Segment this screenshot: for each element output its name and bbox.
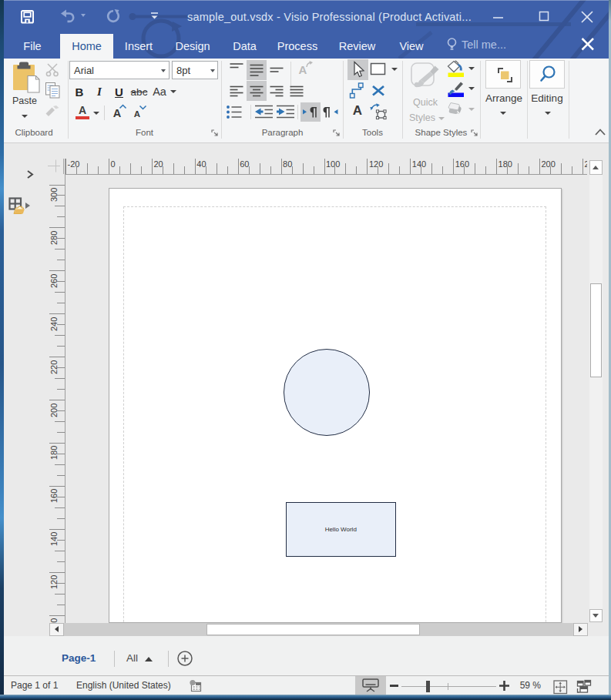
paragraph-dialog-launcher[interactable] [333, 129, 341, 137]
presentation-mode-button[interactable] [355, 676, 386, 695]
arrange-button[interactable] [485, 60, 521, 89]
shape-styles-dialog-launcher[interactable] [471, 129, 478, 137]
tellme-box[interactable]: Tell me... [462, 39, 506, 51]
close-button[interactable] [576, 6, 599, 28]
rectangle-tool-dropdown-arrow[interactable] [391, 68, 398, 71]
switch-windows-button[interactable] [576, 679, 592, 694]
line-button[interactable] [445, 80, 466, 99]
hscroll-right-button[interactable] [573, 623, 588, 637]
rectangle-shape[interactable]: Hello World [286, 502, 396, 557]
hscroll-thumb[interactable] [206, 624, 421, 635]
align-left-button[interactable] [227, 81, 247, 101]
tab-view[interactable]: View [394, 34, 428, 59]
format-painter-button[interactable] [45, 106, 60, 116]
font-color-dropdown-arrow[interactable] [93, 112, 99, 115]
shapes-window-button[interactable] [8, 197, 31, 215]
text-direction-button[interactable]: A [294, 60, 314, 80]
text-block-tool-button[interactable] [368, 101, 389, 122]
vscroll-thumb[interactable] [590, 283, 602, 377]
effects-button[interactable] [445, 100, 466, 120]
zoom-level[interactable]: 59 % [515, 680, 541, 691]
drawing-page[interactable]: Hello World [109, 188, 562, 623]
maximize-button[interactable] [532, 6, 556, 28]
decrease-indent-button[interactable] [253, 103, 274, 122]
zoom-in-button[interactable] [496, 676, 512, 695]
shrink-font-button[interactable]: A [131, 105, 149, 122]
tab-insert[interactable]: Insert [119, 34, 158, 59]
ltr-direction-button[interactable] [300, 102, 321, 122]
tab-design[interactable]: Design [171, 34, 214, 59]
increase-indent-button[interactable] [275, 103, 296, 122]
bullets-button[interactable] [223, 103, 243, 122]
grow-font-button[interactable]: A [109, 105, 128, 122]
rectangle-tool-button[interactable] [368, 59, 389, 80]
insert-page-button[interactable] [177, 651, 193, 667]
ribbon-font-grow-text: A [113, 107, 121, 119]
font-color-button[interactable]: A [72, 105, 92, 122]
tab-home[interactable]: Home [60, 34, 113, 59]
align-middle-button[interactable] [247, 60, 267, 80]
ribbon-close-button[interactable] [576, 34, 599, 55]
expand-shapes-chevron[interactable] [26, 169, 34, 179]
redo-button[interactable] [106, 9, 120, 23]
ribbon-collapse-button[interactable] [593, 127, 607, 137]
change-case-button[interactable]: Aa [149, 83, 170, 100]
tab-data[interactable]: Data [228, 34, 261, 59]
group-divider [221, 61, 222, 139]
zoom-out-button[interactable] [387, 676, 402, 695]
align-bottom-button[interactable] [267, 60, 287, 80]
fill-dropdown-arrow[interactable] [468, 67, 475, 70]
align-top-button[interactable] [227, 60, 247, 80]
page-tab[interactable]: Page-1 [62, 652, 96, 664]
tab-review[interactable]: Review [334, 34, 380, 59]
status-page-count[interactable]: Page 1 of 1 [11, 680, 58, 691]
rtl-direction-button[interactable] [321, 102, 341, 122]
tab-process[interactable]: Process [274, 34, 321, 59]
hruler-tick [399, 166, 400, 174]
qat-customize-button[interactable] [150, 12, 159, 20]
vertical-ruler[interactable]: 300280260240220200180160140120100 [46, 174, 65, 623]
strikethrough-button[interactable]: abc [129, 83, 149, 100]
connector-tool-button[interactable] [347, 80, 368, 101]
status-language[interactable]: English (United States) [76, 680, 171, 691]
pointer-tool-button[interactable] [347, 59, 368, 80]
hruler-label: 160 [455, 159, 469, 169]
italic-button[interactable]: I [92, 83, 106, 100]
underline-button[interactable]: U [111, 83, 127, 100]
tab-file[interactable]: File [10, 34, 55, 59]
editing-button[interactable] [529, 60, 565, 89]
vscroll-down-button[interactable] [589, 609, 603, 622]
quick-styles-button[interactable]: Quick Styles [408, 60, 442, 122]
vscrollbar-track[interactable] [589, 175, 603, 610]
copy-button[interactable] [45, 82, 60, 99]
undo-button[interactable] [60, 9, 76, 23]
undo-dropdown[interactable] [81, 14, 86, 17]
hruler-tick [442, 166, 443, 174]
font-size-combo[interactable]: 8pt [172, 61, 218, 79]
align-right-button[interactable] [267, 81, 287, 101]
font-dialog-launcher[interactable] [211, 129, 219, 137]
font-family-combo[interactable]: Arial [69, 61, 170, 79]
zoom-slider-track[interactable] [401, 686, 496, 687]
save-button[interactable] [21, 10, 34, 24]
text-tool-button[interactable]: A [347, 101, 368, 122]
minimize-button[interactable] [487, 6, 510, 28]
bold-button[interactable]: B [72, 83, 87, 100]
justify-button[interactable] [287, 81, 307, 101]
hscroll-left-button[interactable] [49, 623, 64, 637]
circle-shape[interactable] [284, 349, 371, 436]
fill-button[interactable] [445, 60, 466, 79]
cut-button[interactable] [45, 63, 59, 77]
zoom-slider-thumb[interactable] [426, 681, 430, 692]
all-pages-button[interactable]: All [126, 652, 138, 664]
vscroll-up-button[interactable] [589, 160, 603, 175]
font-size-value: 8pt [176, 65, 190, 76]
rectangle-tool-icon [368, 59, 389, 80]
fit-page-button[interactable] [553, 680, 568, 695]
connection-point-tool-button[interactable] [368, 80, 389, 101]
paste-button[interactable]: Paste [5, 60, 45, 122]
macro-record-icon[interactable] [188, 679, 202, 692]
line-dropdown-arrow[interactable] [468, 87, 475, 90]
horizontal-ruler[interactable]: -20020406080100120140160180200220 [65, 154, 587, 174]
align-center-button[interactable] [247, 81, 267, 101]
